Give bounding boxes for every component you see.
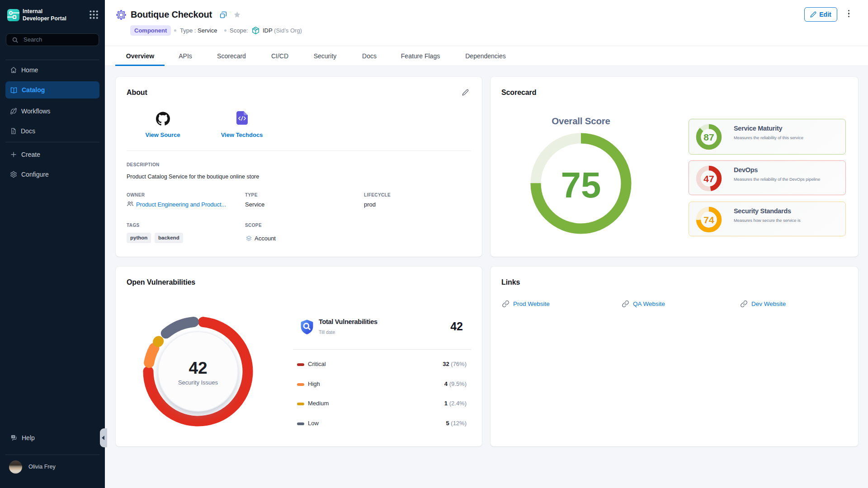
svg-text:87: 87 xyxy=(703,132,714,142)
svg-text:?: ? xyxy=(12,436,14,438)
svg-text:74: 74 xyxy=(703,215,714,225)
svg-text:47: 47 xyxy=(703,174,714,184)
